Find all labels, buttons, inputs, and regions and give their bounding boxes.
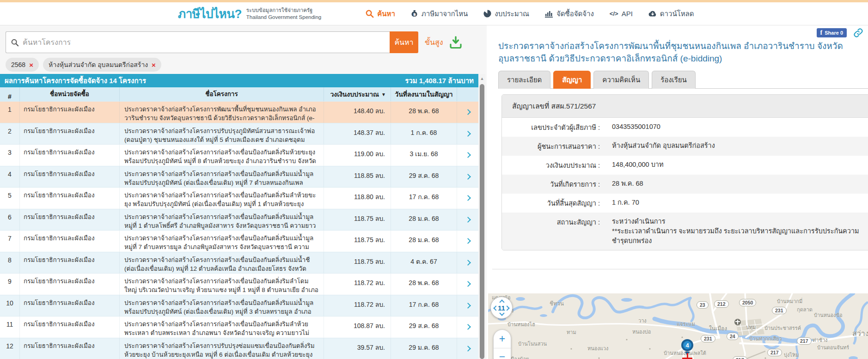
field-note: **ระยะเวลาดำเนินการ จะหมายรวมถึง ระยะเวล… [612, 226, 868, 246]
row-open-button[interactable] [457, 295, 478, 316]
brand[interactable]: ภาษีไปไหน? ระบบข้อมูลการใช้จ่ายภาครัฐ Th… [178, 4, 321, 23]
row-open-button[interactable] [457, 338, 478, 359]
col-agency: ชื่อหน่วยจัดซื้อ [19, 87, 119, 101]
share-link-icon[interactable] [853, 28, 863, 38]
facebook-share-button[interactable]: f Share 0 [817, 28, 847, 37]
search-input[interactable] [23, 38, 385, 47]
tab-contract[interactable]: สัญญา [553, 71, 591, 89]
nav-item-budget[interactable]: งบประมาณ [483, 8, 529, 19]
zoom-out-button[interactable]: − [494, 348, 511, 359]
tab-comments[interactable]: ความคิดเห็น [593, 71, 649, 89]
navbar: ภาษีไปไหน? ระบบข้อมูลการใช้จ่ายภาครัฐ Th… [0, 2, 868, 25]
scrollbar-up-icon[interactable]: ▲ [479, 74, 485, 82]
row-open-button[interactable] [457, 274, 478, 295]
zoom-in-button[interactable]: + [494, 330, 511, 348]
table-scrollbar[interactable]: ▲ [479, 74, 485, 359]
sort-desc-icon[interactable]: ▼ [381, 92, 386, 97]
project-cell: ประกวดราคาจ้างก่อสร้างโครงการก่อสร้างเขื… [119, 209, 324, 231]
search-button[interactable]: ค้นหา [390, 31, 418, 53]
project-cell: ประกวดราคาจ้างก่อสร้างโครงการก่อสร้างเขื… [119, 274, 324, 295]
nav-item-api[interactable]: </> API [610, 10, 633, 18]
table-row[interactable]: 1กรมโยธาธิการและผังเมืองประกวดราคาจ้างก่… [0, 101, 478, 123]
project-cell: ประกวดราคาจ้างก่อสร้างโครงการก่อสร้างเขื… [119, 316, 324, 338]
budget-cell: 118.75 ลบ. [324, 252, 391, 274]
row-open-button[interactable] [457, 252, 478, 274]
date-cell: 29 ม.ค. 68 [391, 338, 457, 359]
row-number: 4 [0, 166, 19, 188]
remove-filter-icon[interactable]: × [152, 61, 156, 68]
row-open-button[interactable] [457, 123, 478, 145]
agency-cell: กรมโยธาธิการและผังเมือง [19, 231, 119, 252]
table-row[interactable]: 6กรมโยธาธิการและผังเมืองประกวดราคาจ้างก่… [0, 209, 478, 231]
detail-tabs: รายละเอียด สัญญา ความคิดเห็น ร้องเรียน [498, 70, 868, 89]
date-cell: 28 พ.ค. 68 [391, 102, 457, 123]
main-menu: ค้นหา ฿ ภาษีมาจากไหน งบประมาณ จัดซื้อจัด… [365, 8, 694, 19]
table-row[interactable]: 7กรมโยธาธิการและผังเมืองประกวดราคาจ้างก่… [0, 230, 478, 252]
row-open-button[interactable] [457, 188, 478, 209]
map[interactable]: แดงหม้อชีทวนบ้านทุ่งบ้านหนองไฮวางหนองบ่อ… [488, 293, 868, 359]
road-shield: 217 [797, 337, 812, 345]
project-title: ประกวดราคาจ้างก่อสร้างโครงการพัฒนาพื้นที… [498, 40, 866, 65]
row-number: 6 [0, 209, 19, 231]
agency-cell: กรมโยธาธิการและผังเมือง [19, 274, 119, 295]
contract-field-row: วงเงินงบประมาณ :148,400,000 บาท [502, 156, 868, 175]
nav-item-procurement[interactable]: จัดซื้อจัดจ้าง [545, 8, 594, 19]
agency-cell: กรมโยธาธิการและผังเมือง [19, 166, 119, 188]
field-value: 28 พ.ค. 68 [609, 175, 868, 194]
advanced-search-link[interactable]: ขั้นสูง [425, 37, 443, 48]
table-row[interactable]: 2กรมโยธาธิการและผังเมืองประกวดราคาจ้างก่… [0, 123, 478, 145]
date-cell: 29 ส.ค. 68 [391, 166, 457, 188]
agency-cell: กรมโยธาธิการและผังเมือง [19, 252, 119, 274]
date-cell: 28 พ.ค. 68 [391, 274, 457, 295]
filter-tag-year: 2568 × [6, 58, 39, 72]
project-cell: ประกวดราคาจ้างก่อสร้างโครงการปรับปรุงภูม… [119, 123, 324, 145]
table-row[interactable]: 3กรมโยธาธิการและผังเมืองประกวดราคาจ้างก่… [0, 144, 478, 166]
nav-item-tax-source[interactable]: ฿ ภาษีมาจากไหน [411, 8, 468, 19]
date-cell: 4 ต.ค. 67 [391, 252, 457, 274]
project-cell: ประกวดราคาจ้างก่อสร้างโครงการก่อสร้างเขื… [119, 252, 324, 274]
budget-cell: 108.87 ลบ. [324, 316, 391, 338]
nav-item-download[interactable]: ดาวน์โหลด [648, 8, 694, 19]
chevron-right-icon [465, 238, 471, 244]
tab-details[interactable]: รายละเอียด [498, 71, 550, 89]
table-row[interactable]: 9กรมโยธาธิการและผังเมืองประกวดราคาจ้างก่… [0, 273, 478, 295]
scrollbar-thumb[interactable] [480, 84, 484, 359]
field-label: วงเงินงบประมาณ : [502, 156, 609, 175]
project-cell: ประกวดราคาจ้างก่อสร้างโครงการก่อสร้างเขื… [119, 188, 324, 209]
budget-cell: 39.57 ลบ. [324, 338, 391, 359]
row-open-button[interactable] [457, 231, 478, 252]
table-row[interactable]: 4กรมโยธาธิการและผังเมืองประกวดราคาจ้างก่… [0, 166, 478, 188]
map-pan-control[interactable]: 11 [490, 297, 513, 319]
row-open-button[interactable] [457, 209, 478, 231]
contract-field-row: สถานะสัญญา :ระหว่างดำเนินการ**ระยะเวลาดำ… [502, 213, 868, 250]
row-open-button[interactable] [457, 102, 478, 123]
project-cell: ประกวดราคาจ้างก่อสร้างโครงการพัฒนาพื้นที… [119, 102, 324, 123]
download-icon [648, 10, 657, 18]
nav-item-search[interactable]: ค้นหา [365, 8, 395, 19]
map-zoom-control: + − [493, 329, 511, 359]
table-row[interactable]: 8กรมโยธาธิการและผังเมืองประกวดราคาจ้างก่… [0, 252, 478, 274]
table-row[interactable]: 5กรมโยธาธิการและผังเมืองประกวดราคาจ้างก่… [0, 187, 478, 209]
agency-cell: กรมโยธาธิการและผังเมือง [19, 338, 119, 359]
table-row[interactable]: 11กรมโยธาธิการและผังเมืองประกวดราคาจ้างก… [0, 316, 478, 338]
remove-filter-icon[interactable]: × [29, 61, 33, 68]
table-row[interactable]: 12กรมโยธาธิการและผังเมืองประกวดราคาจ้างก… [0, 338, 478, 359]
row-open-button[interactable] [457, 166, 478, 188]
budget-cell: 118.75 ลบ. [324, 231, 391, 252]
export-download-icon[interactable] [449, 36, 463, 49]
results-count: ผลการค้นหาโครงการจัดซื้อจัดจ้าง 14 โครงก… [5, 75, 146, 86]
row-open-button[interactable] [457, 316, 478, 338]
budget-cell: 118.72 ลบ. [324, 274, 391, 295]
row-number: 8 [0, 252, 19, 274]
search-icon [365, 9, 374, 18]
results-table-body: 1กรมโยธาธิการและผังเมืองประกวดราคาจ้างก่… [0, 101, 478, 359]
app-logo: ภาษีไปไหน? [178, 4, 242, 23]
agency-cell: กรมโยธาธิการและผังเมือง [19, 123, 119, 145]
filter-tag-contractor: ห้างหุ้นส่วนจำกัด อุบลมนตรีก่อสร้าง × [43, 58, 161, 72]
table-row[interactable]: 10กรมโยธาธิการและผังเมืองประกวดราคาจ้างก… [0, 295, 478, 316]
road-shield: 24 [727, 333, 739, 340]
date-cell: 28 ม.ค. 68 [391, 209, 457, 231]
col-budget[interactable]: วงเงินงบประมาณ ▼ [324, 87, 391, 101]
tab-complaints[interactable]: ร้องเรียน [652, 71, 696, 89]
row-open-button[interactable] [457, 145, 478, 166]
